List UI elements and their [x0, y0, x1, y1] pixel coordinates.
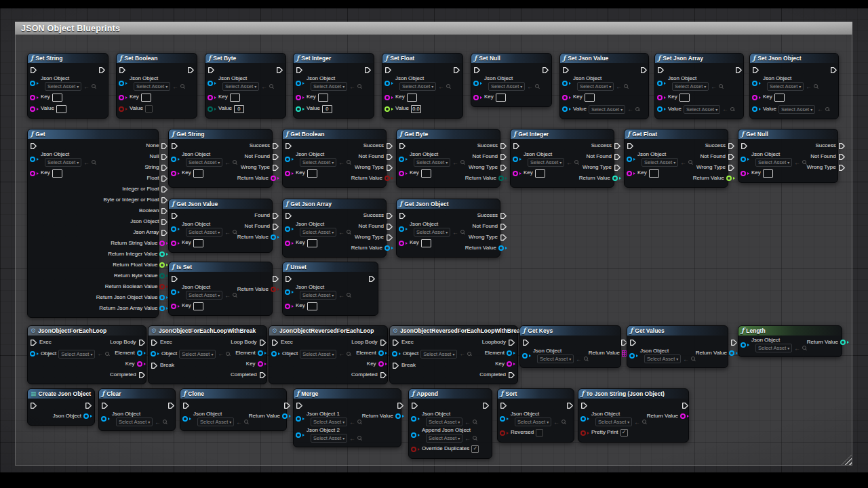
select-asset-dropdown[interactable]: Select Asset▾: [222, 82, 259, 91]
select-asset-dropdown[interactable]: Select Asset▾: [515, 418, 551, 426]
use-selected-icon[interactable]: ←: [576, 357, 582, 363]
use-selected-icon[interactable]: ←: [634, 420, 640, 426]
browse-icon[interactable]: [233, 230, 237, 235]
select-asset-dropdown[interactable]: Select Asset▾: [134, 82, 170, 91]
value-input[interactable]: [774, 94, 785, 102]
browse-icon[interactable]: [357, 436, 362, 441]
browse-icon[interactable]: [719, 84, 724, 89]
browse-icon[interactable]: [460, 230, 465, 235]
element-pin[interactable]: Element: [115, 348, 145, 359]
json-object-pin[interactable]: Json ObjectSelect Asset▾←: [399, 221, 465, 237]
use-selected-icon[interactable]: ←: [794, 160, 800, 166]
select-asset-dropdown[interactable]: Select Asset▾: [300, 158, 336, 167]
element-pin[interactable]: Element: [485, 348, 515, 359]
not-found-pin[interactable]: Not Found: [359, 151, 393, 162]
browse-icon[interactable]: [347, 160, 351, 165]
key-pin[interactable]: Key: [399, 237, 431, 249]
use-selected-icon[interactable]: ←: [261, 84, 267, 90]
json-object-pin[interactable]: Json ObjectSelect Asset▾←: [119, 75, 185, 92]
node-merge[interactable]: ƒMergeJson Object 1Select Asset▾←Json Ob…: [293, 388, 401, 447]
select-asset-dropdown[interactable]: Select Asset▾: [644, 354, 681, 363]
use-selected-icon[interactable]: ←: [616, 84, 622, 90]
select-asset-dropdown[interactable]: Select Asset▾: [311, 82, 347, 91]
select-asset-dropdown[interactable]: Select Asset▾: [577, 82, 614, 91]
json-object-pin[interactable]: Json ObjectSelect Asset▾←: [580, 411, 647, 427]
exec-pin[interactable]: [473, 64, 481, 75]
node-get-json-object[interactable]: ƒGet Json ObjectJson ObjectSelect Asset▾…: [396, 199, 500, 258]
exec-pin[interactable]: Exec: [30, 337, 52, 348]
json-object-pin[interactable]: Json ObjectSelect Asset▾←: [500, 411, 566, 427]
exec-pin[interactable]: [285, 140, 292, 151]
use-selected-icon[interactable]: ←: [683, 357, 689, 363]
key-pin[interactable]: Key: [384, 92, 417, 103]
key-pin[interactable]: Key: [562, 92, 595, 103]
key-pin[interactable]: Key: [657, 92, 690, 103]
completed-pin[interactable]: Completed: [110, 369, 146, 380]
browse-icon[interactable]: [92, 84, 96, 89]
value-pin[interactable]: ValueSelect Asset▾←: [562, 103, 640, 115]
json-array-pin[interactable]: Json Array: [134, 227, 169, 238]
value-input[interactable]: [193, 302, 203, 310]
select-asset-dropdown[interactable]: Select Asset▾: [414, 228, 450, 237]
select-asset-dropdown[interactable]: Select Asset▾: [595, 418, 632, 426]
exec-pin[interactable]: [285, 273, 292, 284]
json-object-pin[interactable]: Json ObjectSelect Asset▾←: [513, 151, 579, 167]
json-object-pin[interactable]: Json ObjectSelect Asset▾←: [285, 221, 351, 237]
select-asset-dropdown[interactable]: Select Asset▾: [116, 418, 153, 426]
value-pin[interactable]: Value0.0: [384, 103, 421, 115]
return-json-array-value-pin[interactable]: Return Json Array Value: [99, 303, 168, 314]
json-object-1-pin[interactable]: Json Object 1Select Asset▾←: [296, 411, 362, 427]
json-object-pin[interactable]: Json ObjectSelect Asset▾←: [473, 75, 540, 92]
node-unset[interactable]: ƒUnsetJson ObjectSelect Asset▾←Key: [282, 262, 378, 316]
use-selected-icon[interactable]: ←: [97, 351, 103, 357]
return-value-pin[interactable]: Return Value: [237, 173, 279, 184]
browse-icon[interactable]: [226, 352, 231, 357]
use-selected-icon[interactable]: ←: [459, 351, 465, 357]
object-pin[interactable]: ObjectSelect Asset▾←: [271, 348, 351, 360]
key-pin[interactable]: Key: [741, 167, 773, 179]
browse-icon[interactable]: [561, 420, 566, 424]
success-pin[interactable]: Success: [591, 140, 621, 151]
json-object-pin[interactable]: Json ObjectSelect Asset▾←: [657, 75, 724, 92]
return-value-pin[interactable]: Return Value: [249, 411, 291, 422]
return-value-pin[interactable]: Return Value: [647, 411, 689, 422]
use-selected-icon[interactable]: ←: [553, 420, 559, 426]
exec-pin[interactable]: [627, 140, 634, 151]
browse-icon[interactable]: [180, 84, 185, 89]
select-asset-dropdown[interactable]: Select Asset▾: [528, 158, 564, 167]
node-set-null[interactable]: ƒSet NullJson ObjectSelect Asset▾←Key: [471, 53, 552, 107]
success-pin[interactable]: Success: [705, 140, 735, 151]
json-object-pin[interactable]: Json ObjectSelect Asset▾←: [182, 411, 249, 427]
select-asset-dropdown[interactable]: Select Asset▾: [420, 350, 457, 359]
checkbox[interactable]: [145, 105, 153, 113]
value-input[interactable]: [307, 239, 317, 247]
select-asset-dropdown[interactable]: Select Asset▾: [755, 344, 792, 352]
use-selected-icon[interactable]: ←: [465, 420, 471, 426]
key-pin[interactable]: Key: [30, 92, 62, 103]
key-pin[interactable]: Key: [285, 167, 317, 179]
browse-icon[interactable]: [473, 420, 477, 424]
float-pin[interactable]: Float: [147, 173, 169, 184]
node-sort[interactable]: ƒSortJson ObjectSelect Asset▾←Reversed: [497, 388, 574, 443]
browse-icon[interactable]: [163, 420, 167, 424]
json-object-pin[interactable]: Json ObjectSelect Asset▾←: [30, 75, 96, 92]
override-duplicates-pin[interactable]: Override Duplicates✓: [411, 443, 479, 455]
comment-header[interactable]: JSON Object Blueprints: [15, 22, 852, 35]
exec-pin[interactable]: [167, 400, 175, 411]
browse-icon[interactable]: [105, 352, 110, 357]
browse-icon[interactable]: [825, 107, 830, 112]
key-pin[interactable]: Key: [30, 167, 62, 179]
none-pin[interactable]: None: [146, 140, 168, 151]
json-object-pin[interactable]: Json ObjectSelect Asset▾←: [30, 151, 96, 167]
browse-icon[interactable]: [691, 357, 696, 361]
select-asset-dropdown[interactable]: Select Asset▾: [58, 350, 95, 359]
key-pin[interactable]: Key: [752, 92, 785, 103]
node-get-string[interactable]: ƒGet StringJson ObjectSelect Asset▾←KeyS…: [168, 129, 273, 188]
use-selected-icon[interactable]: ←: [224, 230, 231, 236]
json-object-pin[interactable]: Json ObjectSelect Asset▾←: [285, 284, 351, 300]
return-boolean-value-pin[interactable]: Return Boolean Value: [105, 281, 169, 292]
exec-pin[interactable]: [296, 400, 303, 411]
return-integer-value-pin[interactable]: Return Integer Value: [108, 249, 168, 260]
exec-pin[interactable]: [682, 400, 689, 411]
key-pin[interactable]: Key: [296, 92, 328, 103]
